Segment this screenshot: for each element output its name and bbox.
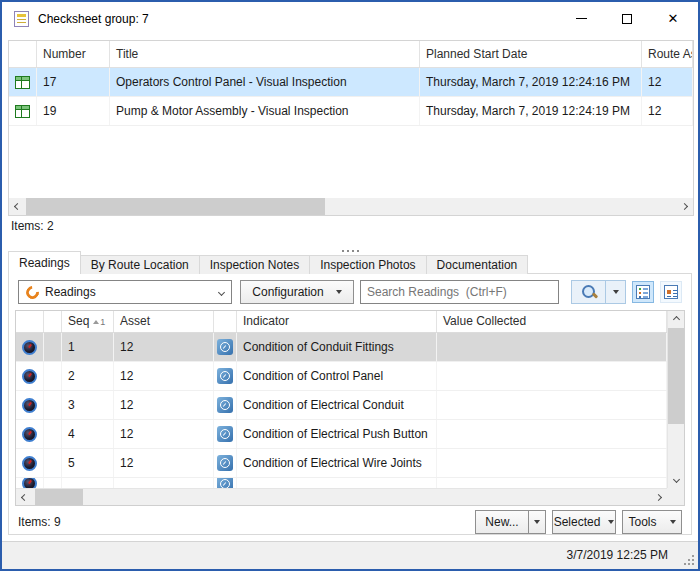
indicator-cell-icon bbox=[214, 391, 237, 419]
refresh-circle-icon bbox=[23, 283, 41, 301]
gauge-badge-icon bbox=[217, 478, 233, 488]
column-header-title[interactable]: Title bbox=[110, 41, 420, 67]
cell-value-collected bbox=[437, 420, 667, 448]
cell-asset: 12 bbox=[114, 362, 214, 390]
close-icon: ✕ bbox=[668, 12, 679, 25]
checksheets-grid-header: Number Title Planned Start Date Route As… bbox=[9, 41, 693, 68]
column-header-number[interactable]: Number bbox=[37, 41, 110, 67]
readings-items-count: Items: 9 bbox=[18, 515, 61, 529]
cell-spacer bbox=[44, 449, 62, 477]
cell-value-collected bbox=[437, 362, 667, 390]
reading-cell-icon bbox=[16, 478, 44, 488]
caption-buttons: ✕ bbox=[558, 2, 696, 35]
list-view-icon bbox=[636, 285, 650, 299]
view-selector-dropdown[interactable]: Readings bbox=[18, 280, 232, 304]
gauge-badge-icon bbox=[217, 368, 233, 384]
cell-value-collected bbox=[437, 478, 667, 488]
scroll-up-button[interactable] bbox=[668, 311, 684, 328]
checksheets-items-count: Items: 2 bbox=[11, 219, 54, 233]
scroll-left-button[interactable] bbox=[9, 198, 26, 215]
table-row[interactable]: 19 Pump & Motor Assembly - Visual Inspec… bbox=[9, 97, 693, 126]
tab-by-route-location[interactable]: By Route Location bbox=[80, 255, 200, 274]
search-split-button bbox=[571, 280, 626, 304]
column-header-icon[interactable] bbox=[9, 41, 37, 67]
indicator-cell-icon bbox=[214, 333, 237, 361]
scroll-left-button[interactable] bbox=[16, 489, 33, 506]
cell-seq: 3 bbox=[62, 391, 114, 419]
table-row[interactable]: 4 12 Condition of Electrical Push Button bbox=[16, 420, 667, 449]
minimize-button[interactable] bbox=[558, 2, 604, 35]
readings-tab-panel: Readings Configuration bbox=[8, 273, 692, 535]
tab-documentation[interactable]: Documentation bbox=[426, 255, 529, 274]
column-header-seq[interactable]: Seq1 bbox=[62, 311, 114, 332]
search-input[interactable] bbox=[361, 282, 558, 302]
cell-planned-start-date: Thursday, March 7, 2019 12:24:16 PM bbox=[420, 68, 642, 96]
new-options-button[interactable] bbox=[528, 511, 545, 533]
scrollbar-thumb[interactable] bbox=[668, 328, 684, 424]
column-header-indicator-icon[interactable] bbox=[214, 311, 237, 332]
tab-inspection-photos[interactable]: Inspection Photos bbox=[309, 255, 426, 274]
cell-indicator: Condition of Control Panel bbox=[237, 362, 437, 390]
checksheets-grid-body: Number Title Planned Start Date Route As… bbox=[9, 41, 693, 198]
gauge-icon bbox=[22, 340, 37, 355]
selected-button[interactable]: Selected bbox=[552, 510, 616, 534]
list-view-toggle-button[interactable] bbox=[632, 281, 654, 303]
checksheets-grid: Number Title Planned Start Date Route As… bbox=[8, 40, 694, 216]
card-view-icon bbox=[664, 285, 678, 299]
tab-inspection-notes[interactable]: Inspection Notes bbox=[199, 255, 310, 274]
scrollbar-thumb[interactable] bbox=[26, 198, 325, 215]
close-button[interactable]: ✕ bbox=[650, 2, 696, 35]
chevron-down-icon bbox=[336, 290, 342, 294]
indicator-cell-icon bbox=[214, 420, 237, 448]
scroll-right-button[interactable] bbox=[650, 489, 667, 506]
scrollbar-thumb[interactable] bbox=[35, 489, 83, 505]
cell-spacer bbox=[44, 333, 62, 361]
column-header-asset[interactable]: Asset bbox=[114, 311, 214, 332]
tab-readings[interactable]: Readings bbox=[8, 251, 81, 274]
gauge-icon bbox=[22, 427, 37, 442]
clipboard-icon[interactable] bbox=[14, 11, 29, 27]
scroll-down-button[interactable] bbox=[668, 471, 684, 488]
configuration-button[interactable]: Configuration bbox=[240, 280, 354, 304]
tools-button[interactable]: Tools bbox=[622, 510, 682, 534]
maximize-icon bbox=[622, 14, 632, 24]
new-button[interactable]: New... bbox=[476, 511, 528, 533]
chevron-down-icon bbox=[534, 520, 540, 524]
gauge-icon bbox=[22, 369, 37, 384]
cell-indicator: Condition of Electrical Push Button bbox=[237, 420, 437, 448]
column-header-value-collected[interactable]: Value Collected bbox=[437, 311, 667, 332]
table-row[interactable]: 2 12 Condition of Control Panel bbox=[16, 362, 667, 391]
scrollbar-track[interactable] bbox=[33, 489, 650, 505]
scrollbar-corner bbox=[667, 488, 684, 505]
table-row-partial[interactable] bbox=[16, 478, 667, 488]
search-options-button[interactable] bbox=[605, 281, 625, 303]
column-header-planned-start-date[interactable]: Planned Start Date bbox=[420, 41, 642, 67]
scrollbar-track[interactable] bbox=[668, 328, 684, 471]
configuration-label: Configuration bbox=[252, 285, 323, 299]
status-bar: 3/7/2019 12:25 PM bbox=[2, 541, 698, 569]
column-header-route-assignment[interactable]: Route Ass bbox=[642, 41, 693, 67]
column-header-spacer[interactable] bbox=[44, 311, 62, 332]
checksheet-cell-icon bbox=[9, 68, 37, 96]
scroll-right-button[interactable] bbox=[676, 198, 693, 215]
cell-spacer bbox=[44, 420, 62, 448]
cell-spacer bbox=[44, 391, 62, 419]
table-row[interactable]: 1 12 Condition of Conduit Fittings bbox=[16, 333, 667, 362]
scrollbar-track[interactable] bbox=[26, 198, 676, 215]
column-header-reading-icon[interactable] bbox=[16, 311, 44, 332]
card-view-toggle-button[interactable] bbox=[660, 281, 682, 303]
table-row[interactable]: 5 12 Condition of Electrical Wire Joints bbox=[16, 449, 667, 478]
column-header-indicator[interactable]: Indicator bbox=[237, 311, 437, 332]
cell-indicator: Condition of Electrical Conduit bbox=[237, 391, 437, 419]
search-button[interactable] bbox=[572, 281, 605, 303]
status-datetime: 3/7/2019 12:25 PM bbox=[567, 548, 668, 562]
gauge-badge-icon bbox=[217, 426, 233, 442]
cell-asset: 12 bbox=[114, 333, 214, 361]
reading-cell-icon bbox=[16, 391, 44, 419]
maximize-button[interactable] bbox=[604, 2, 650, 35]
cell-spacer bbox=[44, 478, 62, 488]
resize-grip[interactable] bbox=[683, 554, 694, 565]
cell-spacer bbox=[44, 362, 62, 390]
table-row[interactable]: 3 12 Condition of Electrical Conduit bbox=[16, 391, 667, 420]
table-row[interactable]: 17 Operators Control Panel - Visual Insp… bbox=[9, 68, 693, 97]
